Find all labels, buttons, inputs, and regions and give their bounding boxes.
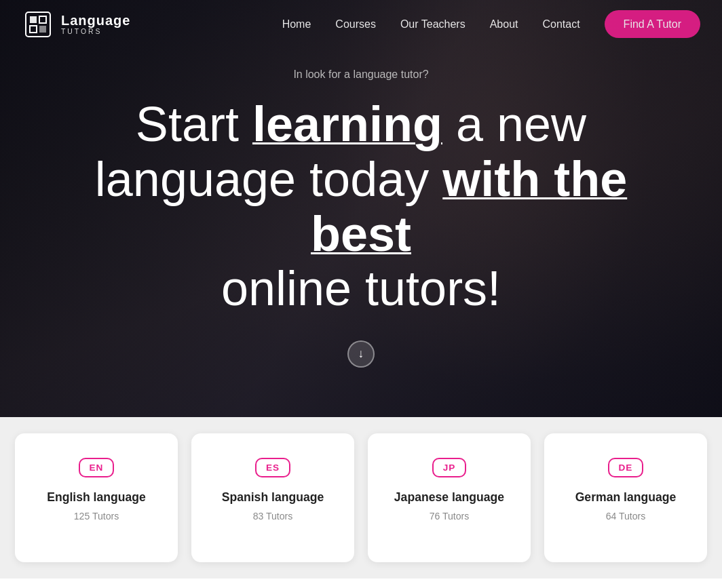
hero-content: In look for a language tutor? Start lear… [0, 0, 722, 417]
logo-icon [22, 8, 54, 41]
language-name-german: German language [575, 490, 677, 505]
hero-text-end: online tutors! [221, 261, 501, 315]
language-badge-en: EN [79, 458, 115, 477]
language-cards-section: EN English language 125 Tutors ES Spanis… [0, 417, 722, 579]
language-count-german: 64 Tutors [606, 511, 646, 522]
svg-rect-3 [30, 26, 37, 33]
language-count-japanese: 76 Tutors [430, 511, 470, 522]
language-name-spanish: Spanish language [222, 490, 324, 505]
scroll-down-icon: ↓ [358, 347, 364, 361]
logo[interactable]: Language TUTORS [22, 8, 130, 41]
hero-text-learning: learning [252, 97, 442, 151]
language-count-spanish: 83 Tutors [253, 511, 293, 522]
nav-cta[interactable]: Find A Tutor [605, 18, 700, 31]
svg-rect-1 [30, 16, 37, 23]
nav-item-home[interactable]: Home [282, 18, 311, 31]
svg-rect-4 [39, 26, 46, 33]
language-card-japanese[interactable]: JP Japanese language 76 Tutors [368, 433, 531, 562]
nav-item-contact[interactable]: Contact [542, 18, 580, 31]
svg-rect-2 [39, 16, 46, 23]
language-card-spanish[interactable]: ES Spanish language 83 Tutors [191, 433, 354, 562]
hero-headline: Start learning a newlanguage today with … [56, 97, 666, 316]
nav-item-courses[interactable]: Courses [335, 18, 376, 31]
language-badge-jp: JP [432, 458, 467, 477]
brand-name: Language [61, 13, 130, 28]
navbar: Language TUTORS Home Courses Our Teacher… [0, 0, 722, 49]
scroll-down-button[interactable]: ↓ [347, 340, 375, 368]
hero-text-start: Start [136, 97, 252, 151]
language-card-german[interactable]: DE German language 64 Tutors [544, 433, 707, 562]
hero-section: In look for a language tutor? Start lear… [0, 0, 722, 417]
language-badge-de: DE [608, 458, 644, 477]
language-name-japanese: Japanese language [394, 490, 504, 505]
language-count-english: 125 Tutors [74, 511, 119, 522]
language-name-english: English language [47, 490, 146, 505]
nav-item-teachers[interactable]: Our Teachers [400, 18, 466, 31]
hero-subtitle: In look for a language tutor? [293, 68, 428, 81]
language-card-english[interactable]: EN English language 125 Tutors [15, 433, 178, 562]
language-badge-es: ES [255, 458, 290, 477]
brand-sub: TUTORS [61, 28, 130, 35]
nav-item-about[interactable]: About [490, 18, 518, 31]
nav-links: Home Courses Our Teachers About Contact … [282, 18, 700, 31]
